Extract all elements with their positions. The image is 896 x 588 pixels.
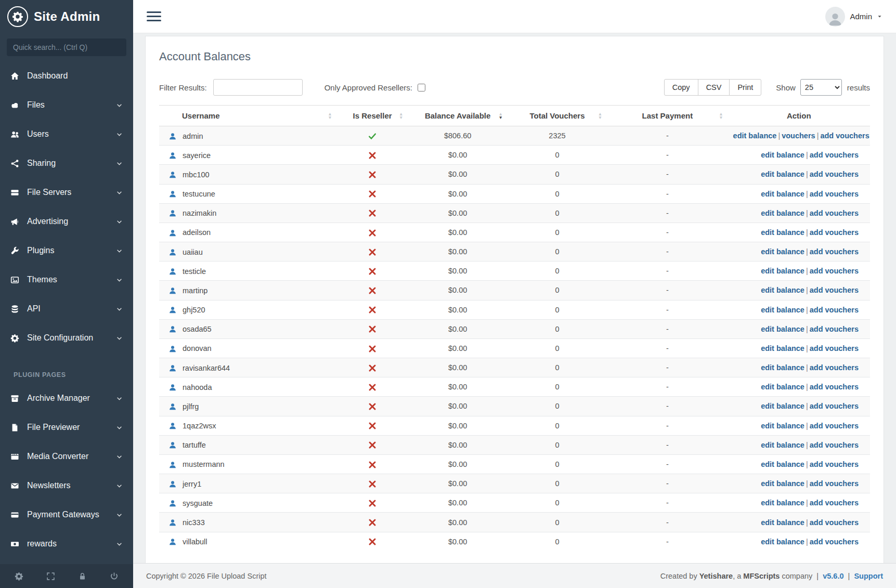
- sidebar-item-api[interactable]: API: [0, 294, 133, 323]
- column-header-is-reseller[interactable]: Is Reseller▲▼: [337, 106, 408, 126]
- edit-balance-link[interactable]: edit balance: [761, 479, 804, 488]
- add-vouchers-link[interactable]: add vouchers: [810, 538, 859, 546]
- add-vouchers-link[interactable]: add vouchers: [810, 267, 859, 275]
- sort-icon[interactable]: ▲▼: [498, 112, 502, 120]
- add-vouchers-link[interactable]: add vouchers: [810, 402, 859, 410]
- add-vouchers-link[interactable]: add vouchers: [810, 479, 859, 488]
- add-vouchers-link[interactable]: add vouchers: [810, 363, 859, 372]
- username-cell: tartuffe: [159, 435, 337, 454]
- sidebar-lock-button[interactable]: [78, 572, 87, 581]
- edit-balance-link[interactable]: edit balance: [761, 422, 804, 430]
- edit-balance-link[interactable]: edit balance: [761, 383, 804, 391]
- sidebar-item-themes[interactable]: Themes: [0, 265, 133, 294]
- copy-button[interactable]: Copy: [664, 79, 698, 96]
- edit-balance-link[interactable]: edit balance: [761, 344, 804, 352]
- add-vouchers-link[interactable]: add vouchers: [810, 441, 859, 449]
- edit-balance-link[interactable]: edit balance: [761, 306, 804, 314]
- last-payment-cell: -: [607, 223, 728, 242]
- quick-search-input[interactable]: [7, 38, 126, 56]
- add-vouchers-link[interactable]: add vouchers: [810, 286, 859, 294]
- username-text: uaiiau: [183, 248, 203, 256]
- sort-icon[interactable]: ▲▼: [719, 112, 723, 120]
- action-separator: |: [806, 306, 808, 314]
- sort-icon[interactable]: ▲▼: [328, 112, 332, 120]
- sidebar-item-file-previewer[interactable]: File Previewer: [0, 413, 133, 442]
- sidebar-item-users[interactable]: Users: [0, 120, 133, 149]
- sidebar-item-newsletters[interactable]: Newsletters: [0, 471, 133, 500]
- power-icon: [110, 572, 119, 581]
- column-header-total-vouchers[interactable]: Total Vouchers▲▼: [508, 106, 607, 126]
- edit-balance-link[interactable]: edit balance: [761, 460, 804, 468]
- add-vouchers-link[interactable]: add vouchers: [810, 170, 859, 178]
- username-text: villabull: [183, 538, 207, 546]
- add-vouchers-link[interactable]: add vouchers: [810, 247, 859, 256]
- sidebar-item-label: Themes: [27, 275, 108, 284]
- edit-balance-link[interactable]: edit balance: [761, 499, 804, 507]
- edit-balance-link[interactable]: edit balance: [761, 325, 804, 333]
- sidebar-item-plugins[interactable]: Plugins: [0, 236, 133, 265]
- edit-balance-link[interactable]: edit balance: [761, 209, 804, 217]
- column-header-balance-available[interactable]: Balance Available▲▼: [408, 106, 507, 126]
- print-button[interactable]: Print: [729, 79, 761, 96]
- sidebar-gear-button[interactable]: [15, 572, 23, 581]
- add-vouchers-link[interactable]: add vouchers: [810, 306, 859, 314]
- edit-balance-link[interactable]: edit balance: [761, 518, 804, 527]
- sidebar-item-payment-gateways[interactable]: Payment Gateways: [0, 500, 133, 529]
- hamburger-menu-icon[interactable]: [147, 9, 161, 24]
- add-vouchers-link[interactable]: add vouchers: [810, 190, 859, 198]
- add-vouchers-link[interactable]: add vouchers: [810, 518, 859, 527]
- edit-balance-link[interactable]: edit balance: [761, 441, 804, 449]
- edit-balance-link[interactable]: edit balance: [761, 538, 804, 546]
- show-results-select[interactable]: 25: [800, 79, 842, 96]
- add-vouchers-link[interactable]: add vouchers: [810, 499, 859, 507]
- add-vouchers-link[interactable]: add vouchers: [810, 151, 859, 159]
- add-vouchers-link[interactable]: add vouchers: [810, 383, 859, 391]
- add-vouchers-link[interactable]: add vouchers: [810, 422, 859, 430]
- sidebar-power-button[interactable]: [110, 572, 119, 581]
- action-separator: |: [806, 190, 808, 198]
- sidebar-item-advertising[interactable]: Advertising: [0, 207, 133, 236]
- column-header-last-payment[interactable]: Last Payment▲▼: [607, 106, 728, 126]
- edit-balance-link[interactable]: edit balance: [733, 132, 777, 140]
- sidebar-expand-button[interactable]: [46, 572, 55, 581]
- sidebar-item-files[interactable]: Files: [0, 90, 133, 120]
- edit-balance-link[interactable]: edit balance: [761, 363, 804, 372]
- sidebar-item-sharing[interactable]: Sharing: [0, 149, 133, 178]
- edit-balance-link[interactable]: edit balance: [761, 170, 804, 178]
- user-icon: [168, 325, 177, 333]
- sidebar-item-archive-manager[interactable]: Archive Manager: [0, 384, 133, 413]
- add-vouchers-link[interactable]: add vouchers: [810, 325, 859, 333]
- add-vouchers-link[interactable]: add vouchers: [810, 460, 859, 468]
- sidebar-item-file-servers[interactable]: File Servers: [0, 178, 133, 207]
- edit-balance-link[interactable]: edit balance: [761, 228, 804, 237]
- mfscripts-brand[interactable]: MFScripts: [743, 572, 780, 580]
- filter-results-input[interactable]: [213, 79, 303, 96]
- sidebar-item-site-configuration[interactable]: Site Configuration: [0, 323, 133, 352]
- support-link[interactable]: Support: [854, 572, 883, 580]
- column-header-username[interactable]: Username▲▼: [159, 106, 337, 126]
- vouchers-link[interactable]: vouchers: [782, 132, 815, 140]
- cross-icon: [368, 190, 376, 198]
- edit-balance-link[interactable]: edit balance: [761, 402, 804, 410]
- csv-button[interactable]: CSV: [698, 79, 730, 96]
- add-vouchers-link[interactable]: add vouchers: [810, 228, 859, 237]
- edit-balance-link[interactable]: edit balance: [761, 190, 804, 198]
- edit-balance-link[interactable]: edit balance: [761, 286, 804, 294]
- edit-balance-link[interactable]: edit balance: [761, 267, 804, 275]
- user-menu[interactable]: Admin: [825, 7, 882, 27]
- yetishare-brand[interactable]: Yetishare: [699, 572, 733, 580]
- add-vouchers-link[interactable]: add vouchers: [810, 344, 859, 352]
- money-icon: [10, 540, 19, 548]
- sidebar-item-media-converter[interactable]: Media Converter: [0, 442, 133, 471]
- edit-balance-link[interactable]: edit balance: [761, 247, 804, 256]
- sidebar-item-rewards[interactable]: rewards: [0, 529, 133, 558]
- sort-icon[interactable]: ▲▼: [598, 112, 602, 120]
- add-vouchers-link[interactable]: add vouchers: [810, 209, 859, 217]
- is-reseller-cell: [337, 474, 408, 493]
- approved-resellers-checkbox[interactable]: [418, 84, 425, 92]
- sidebar-item-dashboard[interactable]: Dashboard: [0, 61, 133, 90]
- edit-balance-link[interactable]: edit balance: [761, 151, 804, 159]
- sort-icon[interactable]: ▲▼: [399, 112, 403, 120]
- add-vouchers-link[interactable]: add vouchers: [820, 132, 869, 140]
- last-payment-cell: -: [607, 300, 728, 319]
